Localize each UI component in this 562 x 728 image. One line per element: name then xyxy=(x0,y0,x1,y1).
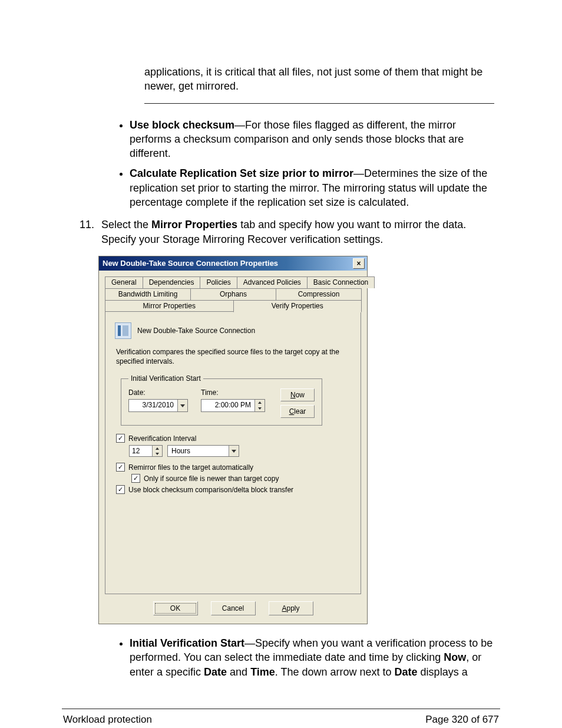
group-legend: Initial Verification Start xyxy=(128,374,203,383)
tabs-row-2: Bandwidth Limiting Orphans Compression xyxy=(105,288,361,300)
ok-button[interactable]: OK xyxy=(153,601,198,615)
footer-rule xyxy=(62,709,500,709)
tab-verify-properties[interactable]: Verify Properties xyxy=(233,300,362,312)
tabs-row-3: Mirror Properties Verify Properties xyxy=(105,300,361,312)
checkbox-icon[interactable]: ✓ xyxy=(116,434,125,443)
dialog-titlebar: New Double-Take Source Connection Proper… xyxy=(99,256,367,271)
dialog-footer: OK Cancel Apply xyxy=(99,594,367,624)
footer-page-number: Page 320 of 677 xyxy=(425,714,499,726)
dialog-title: New Double-Take Source Connection Proper… xyxy=(103,259,278,268)
reverify-value-field[interactable]: 12 xyxy=(129,445,163,457)
tab-bandwidth-limiting[interactable]: Bandwidth Limiting xyxy=(105,288,191,300)
divider xyxy=(144,103,494,104)
panel-icon xyxy=(115,322,131,339)
page-footer: Workload protection Page 320 of 677 xyxy=(62,714,500,728)
reverify-unit-dropdown[interactable]: Hours xyxy=(167,445,239,457)
tab-general[interactable]: General xyxy=(105,276,143,288)
tab-dependencies[interactable]: Dependencies xyxy=(143,276,201,288)
feature-bullets: Use block checksum—For those files flagg… xyxy=(118,118,494,210)
only-if-newer-check[interactable]: ✓ Only if source file is newer than targ… xyxy=(131,474,351,483)
remirror-auto-check[interactable]: ✓ Remirror files to the target automatic… xyxy=(116,463,351,472)
now-button[interactable]: Now xyxy=(280,388,315,401)
time-spinner[interactable] xyxy=(254,400,265,411)
tab-advanced-policies[interactable]: Advanced Policies xyxy=(237,276,308,288)
date-value: 3/31/2010 xyxy=(129,400,177,411)
tab-orphans[interactable]: Orphans xyxy=(190,288,276,300)
tab-mirror-properties[interactable]: Mirror Properties xyxy=(105,300,234,312)
tab-policies[interactable]: Policies xyxy=(200,276,237,288)
checkbox-icon[interactable]: ✓ xyxy=(116,485,125,494)
clear-button[interactable]: Clear xyxy=(280,405,315,418)
tabs-row-1: General Dependencies Policies Advanced P… xyxy=(105,276,361,288)
verify-properties-panel: New Double-Take Source Connection Verifi… xyxy=(105,311,361,594)
bullet-calc-repset-size: Calculate Replication Set size prior to … xyxy=(130,166,494,209)
footer-section: Workload protection xyxy=(63,714,152,726)
time-value: 2:00:00 PM xyxy=(201,400,254,411)
panel-heading: New Double-Take Source Connection xyxy=(137,327,255,335)
bullet-use-block-checksum: Use block checksum—For those files flagg… xyxy=(130,118,494,161)
reverify-spinner[interactable] xyxy=(152,446,162,456)
step-11: 11. Select the Mirror Properties tab and… xyxy=(80,218,494,246)
checkbox-icon[interactable]: ✓ xyxy=(116,463,125,472)
time-label: Time: xyxy=(201,388,265,397)
intro-trailing: applications, it is critical that all fi… xyxy=(144,65,494,94)
date-field[interactable]: 3/31/2010 xyxy=(128,399,188,412)
connection-properties-dialog: New Double-Take Source Connection Proper… xyxy=(98,256,368,624)
tab-compression[interactable]: Compression xyxy=(276,288,362,300)
checkbox-icon[interactable]: ✓ xyxy=(131,474,140,483)
chevron-down-icon[interactable] xyxy=(229,446,239,456)
bullet-initial-verification-start: Initial Verification Start—Specify when … xyxy=(130,636,494,679)
chevron-down-icon[interactable] xyxy=(177,400,187,411)
cancel-button[interactable]: Cancel xyxy=(211,601,256,615)
apply-button[interactable]: Apply xyxy=(269,601,313,615)
panel-description: Verification compares the specified sour… xyxy=(116,347,351,366)
date-label: Date: xyxy=(128,388,188,397)
close-icon[interactable]: × xyxy=(353,258,365,269)
tab-basic-connection[interactable]: Basic Connection xyxy=(307,276,375,288)
reverification-interval-check[interactable]: ✓ Reverification Interval xyxy=(116,434,351,443)
initial-verification-group: Initial Verification Start Date: 3/31/20… xyxy=(121,374,322,426)
time-field[interactable]: 2:00:00 PM xyxy=(201,399,265,412)
block-checksum-check[interactable]: ✓ Use block checksum comparison/delta bl… xyxy=(116,485,351,494)
post-dialog-bullets: Initial Verification Start—Specify when … xyxy=(118,636,494,679)
